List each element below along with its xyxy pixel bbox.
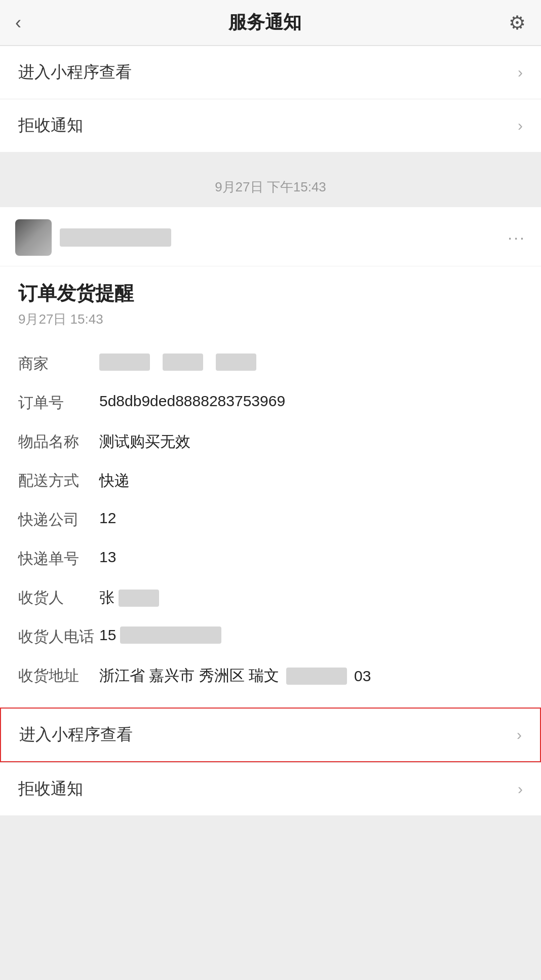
address-suffix: 03 [354,668,371,685]
label-tracking-no: 快递单号 [18,548,99,569]
recipient-blur [119,590,159,607]
value-recipient: 张 [99,587,523,608]
phone-text: 15 [99,626,116,644]
field-recipient: 收货人 张 [18,578,523,617]
label-courier-company: 快递公司 [18,509,99,530]
chevron-right-reject: › [518,780,523,798]
field-merchant: 商家 [18,344,523,383]
value-item-name: 测试购买无效 [99,432,523,452]
previous-message-card: 进入小程序查看 › 拒收通知 › [0,46,541,152]
reject-label-main: 拒收通知 [18,778,83,800]
field-delivery-method: 配送方式 快递 [18,461,523,500]
label-delivery-method: 配送方式 [18,471,99,491]
sender-avatar [15,219,52,256]
value-delivery-method: 快递 [99,471,523,491]
app-header: ‹ 服务通知 ⚙ [0,0,541,46]
timestamp-text: 9月27日 下午15:43 [215,179,326,194]
field-item-name: 物品名称 测试购买无效 [18,422,523,461]
value-address: 浙江省 嘉兴市 秀洲区 瑞文 03 [99,665,523,686]
label-order-no: 订单号 [18,393,99,413]
value-tracking-no: 13 [99,548,523,566]
page-title: 服务通知 [228,10,301,35]
reject-label-top: 拒收通知 [18,114,83,137]
label-address: 收货地址 [18,665,99,686]
field-recipient-phone: 收货人电话 15 [18,617,523,656]
address-blur [286,668,347,685]
address-text: 浙江省 嘉兴市 秀洲区 瑞文 [99,665,279,686]
chevron-right-icon-top: › [518,64,523,81]
timestamp-divider: 9月27日 下午15:43 [0,164,541,207]
label-merchant: 商家 [18,354,99,374]
message-card: ··· 订单发货提醒 9月27日 15:43 商家 订单号 5d8db9ded8… [0,207,541,815]
label-recipient: 收货人 [18,587,99,608]
enter-mini-label-main: 进入小程序查看 [19,724,133,746]
merchant-blur-2 [163,354,203,371]
enter-mini-row-main[interactable]: 进入小程序查看 › [0,708,541,762]
message-header: ··· [0,207,541,266]
message-title: 订单发货提醒 [18,281,523,306]
value-merchant [99,354,523,374]
reject-row-main[interactable]: 拒收通知 › [0,762,541,815]
chevron-right-enter-mini: › [517,726,522,743]
sender-name-blurred [60,228,171,247]
value-recipient-phone: 15 [99,626,523,644]
merchant-blur-3 [216,354,256,371]
label-recipient-phone: 收货人电话 [18,626,99,647]
enter-mini-row-top[interactable]: 进入小程序查看 › [0,46,541,99]
back-icon[interactable]: ‹ [15,12,21,33]
field-courier-company: 快递公司 12 [18,500,523,539]
field-address: 收货地址 浙江省 嘉兴市 秀洲区 瑞文 03 [18,656,523,695]
merchant-blur-1 [99,354,150,371]
value-courier-company: 12 [99,509,523,527]
section-gap-1 [0,152,541,164]
more-options-icon[interactable]: ··· [508,228,526,247]
recipient-text: 张 [99,587,114,608]
message-date: 9月27日 15:43 [18,310,523,328]
chevron-right-icon-reject-top: › [518,117,523,134]
message-actions: 进入小程序查看 › 拒收通知 › [0,708,541,815]
label-item-name: 物品名称 [18,432,99,452]
field-order-no: 订单号 5d8db9ded8888283753969 [18,383,523,422]
message-content: 订单发货提醒 9月27日 15:43 商家 订单号 5d8db9ded88882… [0,266,541,695]
value-order-no: 5d8db9ded8888283753969 [99,393,523,410]
phone-blur [120,626,221,644]
gear-icon[interactable]: ⚙ [509,12,526,34]
enter-mini-label-top: 进入小程序查看 [18,61,132,84]
reject-row-top[interactable]: 拒收通知 › [0,99,541,152]
avatar-area [15,219,171,256]
field-tracking-no: 快递单号 13 [18,539,523,578]
